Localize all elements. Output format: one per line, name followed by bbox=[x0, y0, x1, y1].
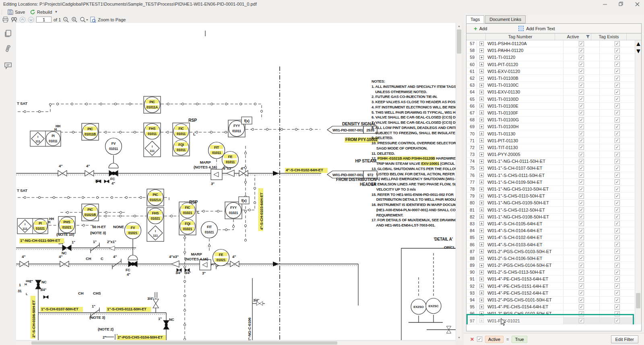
expand-icon[interactable] bbox=[479, 62, 484, 67]
tag-number-cell[interactable]: W01-TI-01100B bbox=[486, 75, 564, 81]
tag-exists-checkbox[interactable] bbox=[615, 166, 620, 171]
table-row[interactable]: 88W01-2"-S-CH-0106-50H-ET bbox=[466, 255, 635, 262]
table-row[interactable]: 62W01-TI-01100B bbox=[466, 75, 635, 82]
expand-icon[interactable] bbox=[479, 201, 484, 205]
table-row[interactable]: 73W01-PYY-20005 bbox=[466, 151, 635, 158]
table-row[interactable]: 57W01-PSHH-01120A bbox=[466, 40, 635, 47]
page-thumbnails-icon[interactable] bbox=[4, 29, 12, 38]
table-row[interactable]: 61W01-EXV-01120 bbox=[466, 68, 635, 75]
add-from-text-button[interactable]: Add From Text bbox=[518, 26, 555, 31]
tag-exists-checkbox[interactable] bbox=[615, 235, 620, 240]
expand-icon[interactable] bbox=[479, 180, 484, 184]
tag-number-cell[interactable]: W01-1"-S-CHS-0112-50H-ET bbox=[486, 207, 564, 213]
active-checkbox[interactable] bbox=[579, 193, 584, 199]
tag-exists-checkbox[interactable] bbox=[615, 187, 620, 192]
active-checkbox[interactable] bbox=[579, 83, 584, 88]
tag-number-cell[interactable]: W01-1"-S-CH-0109-50H-ET bbox=[486, 179, 564, 185]
header-active[interactable]: Active bbox=[555, 33, 591, 40]
expand-icon[interactable] bbox=[479, 214, 484, 219]
table-vertical-scrollbar[interactable]: ▲ ▼ bbox=[635, 40, 641, 324]
tag-number-cell[interactable]: W01-TI-01100E bbox=[486, 103, 564, 109]
table-row[interactable]: 59W01-TI-01120 bbox=[466, 54, 635, 61]
rebuild-dropdown-icon[interactable]: ▼ bbox=[54, 10, 58, 14]
active-checkbox[interactable] bbox=[579, 41, 584, 46]
tag-number-cell[interactable]: W01-4"-PE-CHS-0151-64H-ET bbox=[486, 283, 564, 289]
table-row[interactable]: 77W01-1"-S-CH-0109-50H-ET bbox=[466, 179, 635, 186]
expand-icon[interactable] bbox=[479, 42, 484, 46]
tag-number-cell[interactable]: W01-1"-NG-CH-0111-50H-ET bbox=[486, 158, 564, 164]
table-row[interactable]: 92W01-4"-PE-CHS-0151-64H-ET bbox=[466, 283, 635, 290]
table-row[interactable]: 58W01-PAHH-01120 bbox=[466, 47, 635, 54]
scroll-down-icon[interactable]: ▼ bbox=[456, 335, 462, 340]
tag-exists-checkbox[interactable] bbox=[615, 304, 620, 310]
expand-icon[interactable] bbox=[479, 270, 484, 274]
active-checkbox[interactable] bbox=[579, 103, 584, 108]
expand-icon[interactable] bbox=[479, 69, 484, 73]
table-row[interactable]: 91W01-4"-PE-CHS-0153-64H-ET bbox=[466, 276, 635, 283]
tag-exists-checkbox[interactable] bbox=[615, 256, 620, 261]
expand-icon[interactable] bbox=[479, 242, 484, 247]
tag-exists-checkbox[interactable] bbox=[615, 145, 620, 150]
viewer-scroll-thumb[interactable] bbox=[457, 29, 461, 54]
active-checkbox[interactable] bbox=[579, 249, 584, 254]
expand-icon[interactable] bbox=[479, 263, 484, 268]
close-button[interactable] bbox=[634, 1, 640, 7]
zoom-to-page-button[interactable]: Zoom to Page bbox=[88, 17, 127, 23]
tag-number-cell[interactable]: W01-TI-01100F bbox=[486, 110, 564, 116]
tag-number-cell[interactable]: W01-1"-NG-CHS-0110-50H-ET bbox=[486, 186, 564, 192]
tag-exists-checkbox[interactable] bbox=[615, 138, 620, 143]
edit-filter-button[interactable]: Edit Filter bbox=[611, 335, 638, 343]
active-checkbox[interactable] bbox=[579, 145, 584, 150]
tag-exists-checkbox[interactable] bbox=[615, 41, 620, 46]
table-row[interactable]: 90W01-2"-S-CHS-0113-50H-ET bbox=[466, 269, 635, 276]
active-checkbox[interactable] bbox=[579, 152, 584, 157]
filter-enabled-checkbox[interactable] bbox=[477, 337, 482, 342]
tag-exists-checkbox[interactable] bbox=[615, 283, 620, 289]
table-row[interactable]: 86W01-4"-S-CH-0103-64H-ET bbox=[466, 241, 635, 248]
zoom-in-icon[interactable] bbox=[71, 17, 78, 23]
table-row[interactable]: 81W01-1"-S-CHS-0112-50H-ET bbox=[466, 207, 635, 214]
tag-exists-checkbox[interactable] bbox=[615, 200, 620, 206]
expand-icon[interactable] bbox=[479, 159, 484, 164]
active-checkbox[interactable] bbox=[579, 96, 584, 102]
tag-number-cell[interactable]: W01-PIT-01120 bbox=[486, 61, 564, 68]
tag-number-cell[interactable]: W01-2"-PGS-CHS-0103-50H-ET bbox=[486, 248, 564, 255]
tag-number-cell[interactable]: W01-4"-S-CH-0102-64H-ET bbox=[486, 234, 564, 241]
table-row[interactable]: 85W01-4"-S-CH-0102-64H-ET bbox=[466, 234, 635, 241]
tag-number-cell[interactable]: W01-PIT-01130 bbox=[486, 137, 564, 144]
table-row[interactable]: 84W01-4"-S-CH-0104-64H-ET bbox=[466, 227, 635, 234]
table-row[interactable]: 67W01-TI-01100F bbox=[466, 110, 635, 116]
table-row[interactable]: 60W01-PIT-01120 bbox=[466, 61, 635, 68]
find-icon[interactable] bbox=[11, 17, 17, 23]
active-checkbox[interactable] bbox=[579, 200, 584, 206]
table-row[interactable]: 95W01-4"-PE-CHS-0154-64H-ET bbox=[466, 303, 635, 310]
active-checkbox[interactable] bbox=[579, 110, 584, 115]
table-scroll-down-icon[interactable]: ▼ bbox=[635, 48, 642, 54]
expand-icon[interactable] bbox=[479, 229, 484, 233]
tag-number-cell[interactable]: W01-PYY-20005 bbox=[486, 151, 564, 158]
expand-icon[interactable] bbox=[479, 138, 484, 143]
zoom-out-icon[interactable] bbox=[63, 17, 69, 23]
next-view-icon[interactable] bbox=[28, 17, 34, 23]
pdf-viewer-canvas[interactable]: PIC01011APIC01011BFHS01011I111FIC01011FQ… bbox=[16, 23, 456, 340]
table-scroll-up-icon[interactable]: ▲ bbox=[635, 40, 642, 47]
active-checkbox[interactable] bbox=[579, 55, 584, 60]
tag-exists-checkbox[interactable] bbox=[615, 159, 620, 164]
active-checkbox[interactable] bbox=[579, 159, 584, 164]
rebuild-button[interactable]: Rebuild ▼ bbox=[27, 9, 60, 15]
expand-icon[interactable] bbox=[479, 298, 484, 302]
expand-icon[interactable] bbox=[479, 55, 484, 60]
active-checkbox[interactable] bbox=[579, 76, 584, 81]
expand-icon[interactable] bbox=[479, 291, 484, 295]
header-tag-exists[interactable]: Tag Exists bbox=[591, 33, 627, 40]
expand-icon[interactable] bbox=[479, 173, 484, 177]
active-checkbox[interactable] bbox=[579, 207, 584, 212]
viewer-horizontal-scrollbar[interactable] bbox=[16, 340, 456, 345]
expand-icon[interactable] bbox=[479, 187, 484, 191]
tag-exists-checkbox[interactable] bbox=[615, 249, 620, 254]
tag-number-cell[interactable]: W01-1"-S-CHS-0110-50H-ET bbox=[486, 193, 564, 199]
tag-exists-checkbox[interactable] bbox=[615, 124, 620, 129]
expand-icon[interactable] bbox=[479, 104, 484, 108]
tag-number-cell[interactable]: W01-TI-01100G bbox=[486, 116, 564, 123]
active-checkbox[interactable] bbox=[579, 124, 584, 129]
